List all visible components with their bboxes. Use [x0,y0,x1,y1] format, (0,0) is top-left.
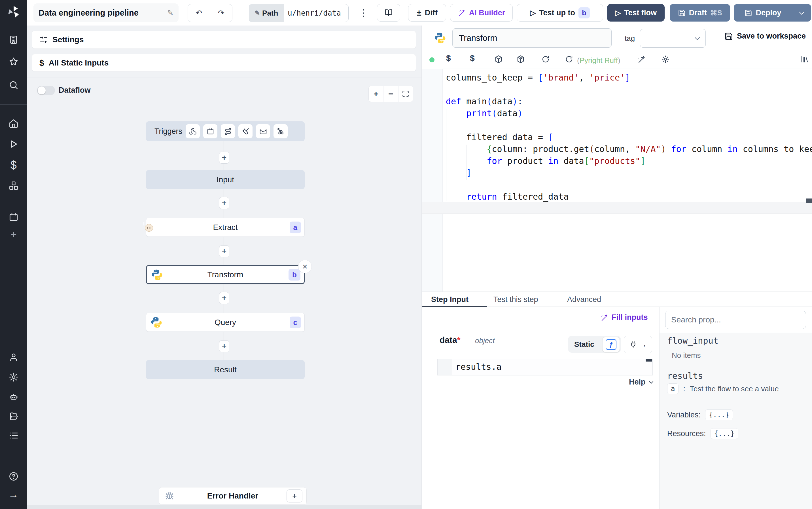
settings-icon[interactable] [8,372,19,382]
code-gutter [422,69,443,292]
query-node[interactable]: Query c [146,313,305,332]
save-to-workspace-button[interactable]: Save to workspace [725,32,806,40]
package-icon[interactable] [494,55,503,64]
draft-button[interactable]: Draft ⌘S [670,4,730,22]
wand-icon [458,9,466,17]
help-icon[interactable] [8,471,19,481]
runs-icon[interactable] [8,139,19,149]
input-mode-toggle[interactable]: Static ƒ [568,336,621,353]
expression-editor[interactable]: results.a [437,359,653,375]
add-step-button[interactable]: + [219,292,229,304]
javascript-expr-mode-button[interactable]: ƒ [602,337,620,352]
expand-icon[interactable]: → [8,489,19,500]
query-node-badge: c [290,316,301,328]
python-icon [150,316,163,329]
add-step-button[interactable]: + [219,197,229,209]
help-toggle[interactable]: Help [629,378,653,386]
search-prop-input[interactable] [665,311,806,329]
schedule-icon[interactable] [203,124,217,138]
dataflow-toggle[interactable] [37,86,55,95]
poll-icon[interactable] [273,124,288,138]
reload-icon[interactable] [541,55,550,64]
variables-icon[interactable]: $ [10,159,16,171]
save-icon [725,32,733,40]
webhook-icon[interactable] [186,124,200,138]
folders-icon[interactable] [8,411,19,421]
fill-inputs-button[interactable]: Fill inputs [600,313,648,322]
search-icon[interactable] [8,80,19,90]
dollar-icon: $ [39,58,44,68]
flow-input-prop[interactable]: flow_input [667,336,718,346]
sliders-icon [39,35,48,44]
variables-row: Variables: {...} [667,409,733,420]
workspace-icon[interactable] [8,35,19,45]
windmill-logo[interactable] [7,5,21,19]
results-prop[interactable]: results [667,371,703,381]
websocket-icon[interactable] [238,124,253,138]
docs-button[interactable] [377,4,400,22]
tab-advanced[interactable]: Advanced [567,295,601,304]
test-flow-button[interactable]: ▷ Test flow [607,4,665,22]
schedules-icon[interactable] [8,212,19,222]
transform-node[interactable]: Transform b [146,265,305,284]
add-step-button[interactable]: + [219,340,229,352]
expression-value[interactable]: results.a [455,362,502,372]
add-error-handler-button[interactable]: + [287,489,302,503]
ai-builder-button[interactable]: AI Builder [450,4,513,22]
resources-chip[interactable]: {...} [710,428,738,439]
path-value[interactable]: u/henri/data_ [284,4,348,22]
triggers-node[interactable]: Triggers [146,122,305,141]
tab-step-input[interactable]: Step Input [431,295,469,304]
flow-settings-bar[interactable]: Settings [32,31,416,49]
error-handler-node[interactable]: Error Handler + [159,487,307,505]
code-editor-footer-band [422,202,812,214]
add-step-button[interactable]: + [219,245,229,257]
connect-input-button[interactable]: → [624,336,652,353]
input-node[interactable]: Input [146,170,305,189]
tag-select[interactable] [640,29,706,48]
route-icon[interactable] [221,124,235,138]
workers-icon[interactable] [8,392,19,402]
editor-settings-icon[interactable] [661,55,670,64]
add-step-button[interactable]: + [219,152,229,164]
deploy-button[interactable]: Deploy [734,4,811,22]
logs-icon[interactable] [8,431,19,441]
close-step-button[interactable]: × [298,260,312,273]
kebab-menu-icon[interactable]: ⋮ [358,4,369,22]
email-icon[interactable] [256,124,270,138]
favorites-icon[interactable] [8,57,19,67]
redo-button[interactable]: ↷ [210,4,232,22]
test-flow-label: Test flow [624,8,657,17]
step-name-input[interactable] [452,28,612,48]
deploy-dropdown[interactable] [792,4,811,21]
zoom-out-button[interactable]: − [383,86,398,102]
user-icon[interactable] [8,352,19,363]
diff-button[interactable]: ± Diff [408,4,446,22]
ai-builder-label: AI Builder [469,8,505,17]
edit-title-icon[interactable]: ✎ [167,8,174,17]
variables-chip[interactable]: {...} [705,409,733,420]
path-chip[interactable]: ✎ Path u/henri/data_ [249,4,348,22]
canvas-divider [27,77,421,77]
code-editor[interactable]: columns_to_keep = ['brand', 'price'] def… [446,72,812,203]
ai-wand-icon[interactable] [637,55,645,64]
resources-icon[interactable] [8,181,19,191]
result-node[interactable]: Result [146,360,305,379]
home-icon[interactable] [8,118,19,129]
result-item[interactable]: a : Test the flow to see a value [667,383,779,394]
save-icon [678,9,686,17]
test-up-to-button[interactable]: ▷ Test up to b [517,4,603,22]
variable-icon[interactable]: $ [446,53,451,63]
extract-node[interactable]: TS Extract a [146,218,305,237]
all-static-inputs-bar[interactable]: $ All Static Inputs [32,54,416,72]
tab-test-this-step[interactable]: Test this step [493,295,538,304]
library-icon[interactable] [800,55,809,64]
fit-view-button[interactable] [399,86,413,102]
zoom-in-button[interactable]: + [369,86,383,102]
undo-button[interactable]: ↶ [188,4,210,22]
arg-type: object [475,336,494,345]
add-icon[interactable]: + [10,229,16,240]
reset-icon[interactable] [565,55,574,64]
static-variable-icon[interactable]: $ [470,53,475,63]
package-icon[interactable] [516,55,525,64]
